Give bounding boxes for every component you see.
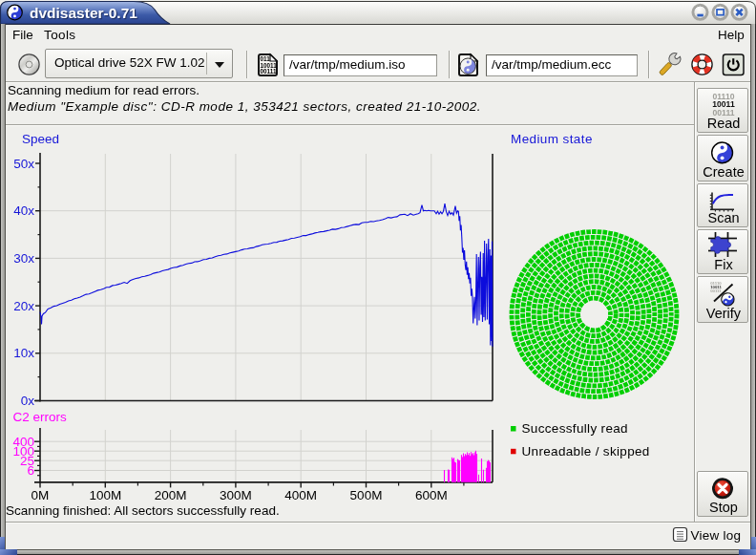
svg-text:Create: Create xyxy=(703,164,745,180)
svg-text:40x: 40x xyxy=(13,203,34,218)
svg-text:Read: Read xyxy=(707,116,741,131)
svg-text:400M: 400M xyxy=(284,488,317,502)
svg-text:200M: 200M xyxy=(155,488,187,502)
svg-text:Fix: Fix xyxy=(714,257,733,272)
svg-text:View log: View log xyxy=(691,528,742,543)
svg-text:C2 errors: C2 errors xyxy=(13,410,68,424)
svg-text:10x: 10x xyxy=(13,346,34,360)
svg-text:30x: 30x xyxy=(13,251,34,266)
svg-text:6: 6 xyxy=(27,463,34,478)
svg-text:300M: 300M xyxy=(220,488,252,502)
svg-text:100M: 100M xyxy=(89,488,121,502)
svg-text:Speed: Speed xyxy=(22,132,59,146)
svg-text:Stop: Stop xyxy=(709,500,738,515)
svg-text:50x: 50x xyxy=(13,157,34,171)
svg-text:Scan: Scan xyxy=(707,210,739,225)
svg-text:0x: 0x xyxy=(21,394,35,408)
svg-text:600M: 600M xyxy=(415,488,448,502)
svg-text:500M: 500M xyxy=(350,488,383,502)
svg-text:00111: 00111 xyxy=(710,288,722,293)
svg-text:20x: 20x xyxy=(13,299,34,313)
svg-text:Successfully read: Successfully read xyxy=(522,421,628,436)
svg-text:Unreadable / skipped: Unreadable / skipped xyxy=(522,444,650,459)
svg-text:0M: 0M xyxy=(32,488,50,502)
svg-text:Medium state: Medium state xyxy=(511,132,593,146)
svg-text:Verify: Verify xyxy=(706,306,742,321)
